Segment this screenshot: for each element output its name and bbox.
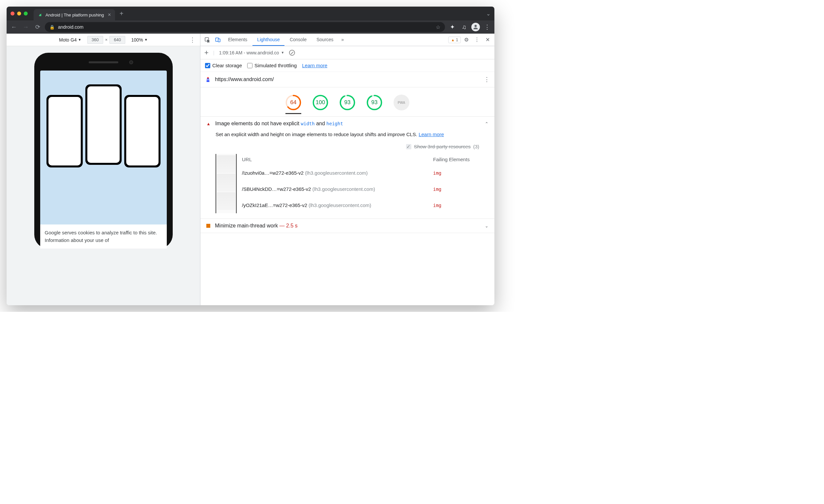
svg-rect-3 bbox=[218, 39, 220, 42]
table-header: URL Failing Elements bbox=[240, 154, 479, 165]
reload-button[interactable]: ⟳ bbox=[33, 22, 42, 32]
user-icon bbox=[472, 24, 479, 30]
audit-header[interactable]: Minimize main-thread work — 2.5 s ⌄ bbox=[200, 219, 494, 233]
phone-camera bbox=[129, 60, 133, 64]
devtools-menu-icon[interactable]: ⋮ bbox=[472, 36, 482, 43]
tab-sources[interactable]: Sources bbox=[312, 34, 338, 46]
clear-storage-checkbox[interactable]: Clear storage bbox=[205, 63, 242, 68]
titlebar: Android | The platform pushing × + ⌄ bbox=[7, 7, 494, 20]
phone-speaker bbox=[89, 61, 118, 63]
score-seo[interactable]: 93 bbox=[367, 95, 382, 110]
audit-title: Image elements do not have explicit widt… bbox=[215, 121, 480, 126]
phone-screen bbox=[40, 71, 167, 248]
device-name: Moto G4 bbox=[59, 37, 77, 42]
url-display: android.com bbox=[58, 24, 432, 30]
dropdown-icon: ▼ bbox=[144, 38, 148, 41]
dropdown-icon: ▼ bbox=[281, 51, 285, 55]
device-select[interactable]: Moto G4 ▼ bbox=[59, 37, 81, 42]
devtools-close-icon[interactable]: ✕ bbox=[483, 36, 492, 43]
maximize-window-button[interactable] bbox=[24, 11, 28, 15]
thumbnail bbox=[217, 192, 235, 210]
warning-icon: ▲ bbox=[451, 38, 454, 42]
viewport: Google serves cookies to analyze traffic… bbox=[7, 46, 200, 305]
omnibox[interactable]: 🔒 android.com ☆ bbox=[45, 22, 445, 32]
new-tab-button[interactable]: + bbox=[120, 10, 124, 17]
media-icon[interactable]: ♫ bbox=[459, 24, 469, 31]
score-pwa[interactable]: PWA bbox=[394, 95, 409, 110]
tab-elements[interactable]: Elements bbox=[223, 34, 252, 46]
simulated-throttling-checkbox[interactable]: Simulated throttling bbox=[247, 63, 297, 68]
devtools-panel: Elements Lighthouse Console Sources » ▲ … bbox=[200, 34, 494, 305]
lighthouse-toolbar: + | 1:09:16 AM - www.android.co ▼ bbox=[200, 46, 494, 59]
android-favicon bbox=[37, 12, 43, 17]
dropdown-icon: ▼ bbox=[78, 38, 81, 41]
tab-close-button[interactable]: × bbox=[108, 12, 111, 18]
address-bar: ← → ⟳ 🔒 android.com ☆ ✦ ♫ ⋮ bbox=[7, 20, 494, 34]
mini-phone-audiobook bbox=[124, 95, 161, 168]
mini-phone-maps bbox=[85, 84, 122, 165]
device-menu-button[interactable]: ⋮ bbox=[190, 36, 195, 43]
close-window-button[interactable] bbox=[11, 11, 14, 15]
report-select[interactable]: 1:09:16 AM - www.android.co ▼ bbox=[219, 50, 285, 56]
tab-console[interactable]: Console bbox=[285, 34, 311, 46]
new-report-button[interactable]: + bbox=[204, 48, 209, 57]
forward-button[interactable]: → bbox=[21, 22, 30, 32]
extensions-icon[interactable]: ✦ bbox=[447, 23, 457, 31]
audit-main-thread: Minimize main-thread work — 2.5 s ⌄ bbox=[200, 219, 494, 233]
audit-header[interactable]: ▲ Image elements do not have explicit wi… bbox=[200, 117, 494, 130]
lighthouse-icon bbox=[205, 77, 211, 82]
settings-gear-icon[interactable]: ⚙ bbox=[461, 36, 471, 43]
browser-tab[interactable]: Android | The platform pushing × bbox=[34, 9, 115, 20]
device-toolbar: Moto G4 ▼ × 100% ▼ ⋮ bbox=[7, 34, 200, 46]
svg-point-10 bbox=[368, 96, 382, 110]
dimension-separator: × bbox=[105, 37, 108, 42]
bookmark-star-icon[interactable]: ☆ bbox=[436, 24, 440, 30]
warning-count: 1 bbox=[456, 37, 458, 42]
profile-avatar[interactable] bbox=[471, 23, 480, 31]
warning-badge[interactable]: ▲ 1 bbox=[448, 36, 461, 43]
menu-dots-icon[interactable]: ⋮ bbox=[483, 23, 492, 31]
fail-triangle-icon: ▲ bbox=[206, 121, 211, 126]
back-button[interactable]: ← bbox=[9, 22, 18, 32]
dimensions: × bbox=[87, 36, 126, 44]
audited-url: https://www.android.com/ bbox=[215, 77, 480, 82]
svg-point-8 bbox=[340, 96, 355, 110]
tab-title: Android | The platform pushing bbox=[45, 12, 104, 17]
score-best-practices[interactable]: 93 bbox=[339, 95, 355, 110]
checkbox-disabled-icon: ✓ bbox=[406, 144, 411, 149]
window-controls bbox=[11, 11, 28, 15]
col-failing: Failing Elements bbox=[433, 157, 479, 162]
cookie-banner: Google serves cookies to analyze traffic… bbox=[40, 224, 167, 248]
more-tabs-button[interactable]: » bbox=[339, 34, 347, 46]
chevron-down-icon: ⌄ bbox=[485, 223, 489, 228]
report-menu-button[interactable]: ⋮ bbox=[484, 76, 490, 83]
learn-more-link[interactable]: Learn more bbox=[419, 131, 444, 137]
table-row: /SBU4NckDD…=w272-e365-v2 (lh3.googleuser… bbox=[240, 181, 479, 197]
lighthouse-options: Clear storage Simulated throttling Learn… bbox=[200, 59, 494, 72]
device-preview-panel: Moto G4 ▼ × 100% ▼ ⋮ bbox=[7, 34, 200, 305]
lighthouse-url-row: https://www.android.com/ ⋮ bbox=[200, 72, 494, 87]
zoom-value: 100% bbox=[131, 37, 143, 42]
thumbnail-strip bbox=[216, 154, 237, 213]
minimize-window-button[interactable] bbox=[17, 11, 21, 15]
tab-lighthouse[interactable]: Lighthouse bbox=[252, 34, 285, 46]
table-row: /yOZkI21aE…=w272-e365-v2 (lh3.googleuser… bbox=[240, 197, 479, 213]
table-row: /Izuohvi0a…=w272-e365-v2 (lh3.googleuser… bbox=[240, 165, 479, 181]
failing-url-table: URL Failing Elements /Izuohvi0a…=w272-e3… bbox=[216, 154, 479, 213]
device-toggle-icon[interactable] bbox=[213, 35, 223, 45]
third-party-toggle[interactable]: ✓ Show 3rd-party resources (3) bbox=[216, 140, 479, 154]
learn-more-link[interactable]: Learn more bbox=[302, 63, 327, 68]
width-input[interactable] bbox=[87, 36, 103, 44]
thumbnail bbox=[217, 174, 235, 192]
chevron-down-icon[interactable]: ⌄ bbox=[486, 11, 491, 17]
thumbnail bbox=[217, 155, 235, 173]
clear-report-button[interactable] bbox=[289, 50, 295, 56]
svg-point-0 bbox=[475, 25, 477, 27]
score-accessibility[interactable]: 100 bbox=[312, 95, 328, 110]
inspect-icon[interactable] bbox=[202, 35, 212, 45]
zoom-select[interactable]: 100% ▼ bbox=[131, 37, 148, 42]
score-performance[interactable]: 64 bbox=[286, 95, 301, 114]
browser-window: Android | The platform pushing × + ⌄ ← →… bbox=[7, 7, 494, 305]
audit-description: Set an explicit width and height on imag… bbox=[216, 130, 479, 138]
height-input[interactable] bbox=[109, 36, 125, 44]
